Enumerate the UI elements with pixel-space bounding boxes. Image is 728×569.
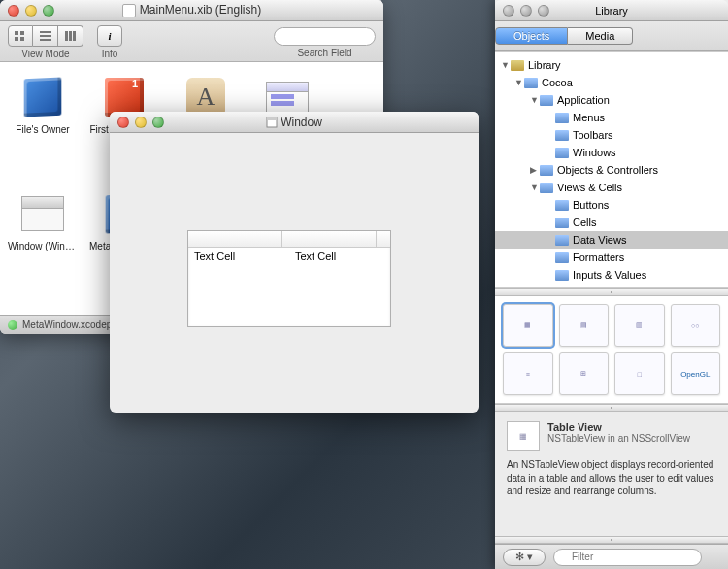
svg-rect-13 [267,117,277,120]
library-icon [511,60,524,71]
viewmode-columns-button[interactable] [58,25,83,47]
filter-input[interactable] [553,549,702,566]
tree-item-label: Menus [573,112,605,123]
folder-icon [555,235,569,246]
splitter-handle[interactable]: • [495,536,728,544]
folder-icon [555,130,569,141]
table-column-2[interactable] [282,231,377,247]
tree-item-label: Windows [573,147,616,158]
viewmode-icons-button[interactable] [8,25,33,47]
disclosure-triangle-icon[interactable]: ▶ [530,165,540,175]
close-icon[interactable] [117,117,129,128]
tree-item-toolbars[interactable]: Toolbars [495,126,728,144]
table-cell[interactable]: Text Cell [289,251,390,262]
info-thumb-icon: ▦ [507,421,540,451]
svg-rect-4 [40,31,51,33]
close-icon[interactable] [503,5,514,17]
tree-item-cells[interactable]: Cells [495,214,728,231]
tab-media[interactable]: Media [568,27,633,45]
viewmode-label: View Mode [21,49,69,59]
tree-item-formatters[interactable]: Formatters [495,249,728,266]
close-icon[interactable] [8,5,19,17]
zoom-icon[interactable] [538,5,549,17]
svg-rect-0 [15,31,18,35]
info-button[interactable]: i [97,25,122,47]
tree-item-views-cells[interactable]: ▼Views & Cells [495,179,728,196]
palette-item[interactable]: ▥ [614,304,665,347]
svg-rect-3 [20,37,24,41]
tree-item-label: Objects & Controllers [557,164,658,176]
tree-item-label: Formatters [573,251,624,263]
tree-item-library[interactable]: ▼Library [495,56,728,74]
library-panel[interactable]: Library Objects Media ▼Library▼Cocoa▼App… [495,0,728,569]
search-input[interactable] [274,27,376,46]
palette-item[interactable]: ○○ [671,304,721,347]
folder-icon [555,218,569,228]
zoom-icon[interactable] [43,5,54,17]
table-row[interactable]: Text Cell Text Cell [188,248,390,265]
viewmode-list-button[interactable] [33,25,58,47]
gear-menu-button[interactable]: ✻ ▾ [503,549,546,566]
palette-item[interactable]: □ [614,352,665,395]
tree-item-label: Views & Cells [557,182,622,193]
tree-item-buttons[interactable]: Buttons [495,196,728,214]
minimize-icon[interactable] [135,117,147,128]
tree-item-label: Cells [573,217,596,228]
palette-item[interactable]: ⊞ [559,352,610,395]
tab-objects[interactable]: Objects [495,27,568,45]
library-titlebar[interactable]: Library [495,0,728,21]
status-dot-icon [8,320,17,330]
object-palette[interactable]: ▦ ▤ ▥ ○○ ≡ ⊞ □ OpenGL [495,296,728,404]
table-header[interactable] [188,231,390,248]
minimize-icon[interactable] [25,5,37,17]
ib-titlebar[interactable]: MainMenu.xib (English) [0,0,383,21]
svg-rect-2 [15,37,18,41]
info-pane: ▦ Table View NSTableView in an NSScrollV… [495,412,728,536]
zoom-icon[interactable] [152,117,164,128]
preview-window[interactable]: Window Text Cell Text Cell [110,112,479,413]
disclosure-triangle-icon[interactable]: ▼ [501,60,511,70]
library-tree[interactable]: ▼Library▼Cocoa▼ApplicationMenusToolbarsW… [495,51,728,288]
tree-item-data-views[interactable]: Data Views [495,231,728,249]
preview-titlebar[interactable]: Window [110,112,479,133]
ib-toolbar: View Mode i Info Search Field [0,21,383,62]
splitter-handle[interactable]: • [495,288,728,296]
nstableview[interactable]: Text Cell Text Cell [187,230,391,327]
palette-item[interactable]: ≡ [503,352,553,395]
tree-item-objects-controllers[interactable]: ▶Objects & Controllers [495,161,728,179]
object-label: Window (Wind... [8,241,78,251]
tree-item-label: Toolbars [573,129,613,141]
library-title: Library [595,5,628,17]
table-cell[interactable]: Text Cell [188,251,289,262]
tree-item-label: Buttons [573,199,609,211]
palette-item-opengl[interactable]: OpenGL [671,352,721,395]
disclosure-triangle-icon[interactable]: ▼ [530,183,540,192]
minimize-icon[interactable] [520,5,532,17]
info-description: An NSTableView object displays record-or… [507,451,716,498]
disclosure-triangle-icon[interactable]: ▼ [530,95,540,105]
svg-rect-6 [40,39,51,41]
table-column-1[interactable] [188,231,282,247]
tree-item-label: Cocoa [542,77,573,88]
folder-icon [555,252,569,263]
ib-object-window-wind-[interactable]: Window (Wind... [8,190,78,303]
tree-item-cocoa[interactable]: ▼Cocoa [495,74,728,91]
folder-icon [524,78,538,88]
palette-item[interactable]: ▤ [559,304,610,347]
folder-icon [540,183,553,193]
library-tabs: Objects Media [495,27,728,45]
palette-item-tableview[interactable]: ▦ [503,304,553,347]
tree-item-windows[interactable]: Windows [495,144,728,161]
splitter-handle[interactable]: • [495,404,728,412]
tree-item-inputs-values[interactable]: Inputs & Values [495,266,728,284]
ib-object-file-s-owner[interactable]: File's Owner [8,74,78,186]
tree-item-label: Data Views [573,234,626,246]
svg-rect-12 [267,117,277,127]
folder-icon [540,165,553,176]
folder-icon [555,270,569,281]
tree-item-menus[interactable]: Menus [495,109,728,126]
status-project-label: MetaWindow.xcodeproj [22,319,122,330]
tree-item-application[interactable]: ▼Application [495,91,728,109]
disclosure-triangle-icon[interactable]: ▼ [514,78,524,87]
folder-icon [555,113,569,123]
